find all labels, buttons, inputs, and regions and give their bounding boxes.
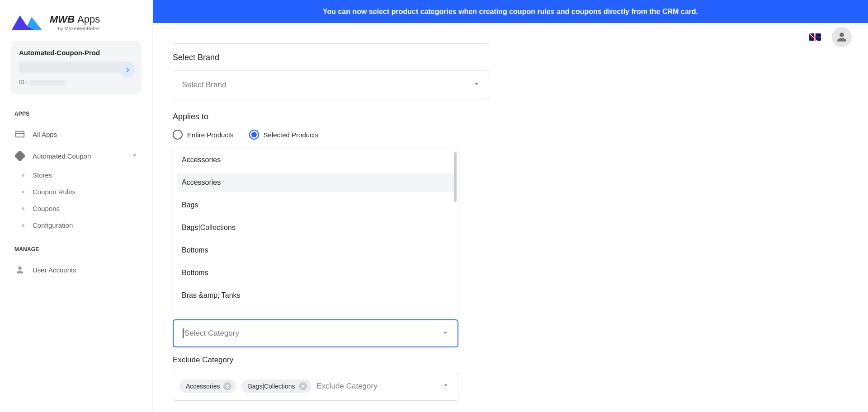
select-brand-placeholder: Select Brand xyxy=(182,80,226,89)
bullet-icon xyxy=(22,224,24,227)
svg-rect-2 xyxy=(15,151,25,161)
promo-banner: You can now select product categories wh… xyxy=(153,0,868,23)
nav-user-accounts-label: User Accounts xyxy=(33,266,76,274)
nav-sub-coupons-label: Coupons xyxy=(33,205,60,212)
chevron-down-icon xyxy=(132,152,138,160)
brand-logo xyxy=(12,13,43,33)
chevron-down-icon xyxy=(473,80,480,89)
radio-off-icon xyxy=(173,130,183,140)
nav-sub-stores[interactable]: Stores xyxy=(11,167,142,183)
applies-to-radio-group: Entire Products Selected Products xyxy=(173,130,489,140)
chip-accessories[interactable]: Accessories xyxy=(179,379,236,393)
close-icon xyxy=(226,384,229,388)
applies-to-label: Applies to xyxy=(173,112,489,122)
category-dropdown-panel: Accessories Accessories Bags Bags|Collec… xyxy=(173,149,458,317)
bullet-icon xyxy=(22,191,24,193)
nav-sub-coupons[interactable]: Coupons xyxy=(11,200,142,217)
exclude-category-wrap: Exclude Category Accessories Bags|Collec… xyxy=(173,356,458,401)
scrollbar[interactable] xyxy=(454,152,457,202)
nav-sub-configuration[interactable]: Configuration xyxy=(11,217,142,234)
select-category-wrap: Select Category xyxy=(173,319,458,347)
svg-point-3 xyxy=(18,267,21,270)
account-title: Automated-Coupon-Prod xyxy=(19,49,133,56)
account-id: ID:: xyxy=(19,79,133,85)
promo-banner-text: You can now select product categories wh… xyxy=(323,8,698,16)
exclude-category-combobox[interactable]: Accessories Bags|Collections Exclude Cat… xyxy=(173,372,458,401)
card-icon xyxy=(14,129,25,140)
select-brand-label: Select Brand xyxy=(173,53,489,62)
chip-remove-button[interactable] xyxy=(223,382,231,390)
select-category-combobox[interactable]: Select Category xyxy=(173,319,458,347)
select-brand-dropdown[interactable]: Select Brand xyxy=(173,70,489,99)
chip-bags-collections[interactable]: Bags|Collections xyxy=(241,379,311,393)
brand-title: MWB Apps xyxy=(50,14,100,24)
chip-remove-button[interactable] xyxy=(299,382,307,390)
exclude-category-label: Exclude Category xyxy=(173,356,458,365)
account-id-redacted xyxy=(29,80,66,85)
text-cursor xyxy=(183,328,184,338)
nav-automated-coupon-label: Automated Coupon xyxy=(33,152,91,160)
nav-section-manage-label: MANAGE xyxy=(14,246,142,253)
category-option[interactable]: Bags|Collections xyxy=(173,216,458,239)
nav-user-accounts[interactable]: User Accounts xyxy=(11,259,142,281)
coupon-icon xyxy=(14,150,25,161)
nav-sub-stores-label: Stores xyxy=(33,171,52,179)
bullet-icon xyxy=(22,207,24,210)
nav-sub-configuration-label: Configuration xyxy=(33,221,73,229)
radio-on-icon xyxy=(249,130,259,140)
radio-selected-products[interactable]: Selected Products xyxy=(249,130,319,140)
category-option[interactable]: Bottoms xyxy=(173,239,458,262)
main: Select Brand Select Brand Applies to Ent… xyxy=(153,23,868,412)
category-option[interactable]: Bras &amp; Tanks xyxy=(173,284,458,302)
nav-sub-coupon-rules-label: Coupon Rules xyxy=(33,188,75,196)
radio-entire-products-label: Entire Products xyxy=(187,131,234,139)
account-name-redacted xyxy=(19,62,133,73)
prev-field-tail xyxy=(173,28,489,44)
category-option[interactable]: Accessories xyxy=(177,173,454,192)
bullet-icon xyxy=(22,174,24,177)
category-option[interactable]: Bags xyxy=(173,194,458,216)
nav-all-apps[interactable]: All Apps xyxy=(11,123,142,145)
chevron-up-icon xyxy=(442,329,448,338)
nav-automated-coupon[interactable]: Automated Coupon xyxy=(11,145,142,167)
account-card: Automated-Coupon-Prod ID:: xyxy=(11,41,142,94)
category-option[interactable]: Bottoms xyxy=(173,262,458,284)
nav-sub-coupon-rules[interactable]: Coupon Rules xyxy=(11,183,142,200)
nav-section-apps-label: APPS xyxy=(14,111,142,117)
close-icon xyxy=(301,384,305,388)
svg-rect-0 xyxy=(16,131,24,137)
category-option[interactable]: Accessories xyxy=(173,149,458,171)
radio-selected-products-label: Selected Products xyxy=(264,131,319,139)
chip-label: Accessories xyxy=(186,383,220,390)
brand: MWB Apps by MakeWebBetter xyxy=(12,13,142,33)
nav-all-apps-label: All Apps xyxy=(33,131,57,138)
sidebar: MWB Apps by MakeWebBetter Automated-Coup… xyxy=(0,0,153,412)
brand-text: MWB Apps by MakeWebBetter xyxy=(50,14,100,31)
chevron-right-icon xyxy=(124,66,131,74)
select-category-placeholder: Select Category xyxy=(184,329,239,338)
chevron-down-icon xyxy=(443,382,449,390)
radio-entire-products[interactable]: Entire Products xyxy=(173,130,234,140)
brand-subtitle: by MakeWebBetter xyxy=(50,26,100,31)
account-switch-button[interactable] xyxy=(120,62,135,78)
coupon-form: Select Brand Select Brand Applies to Ent… xyxy=(173,28,489,146)
chip-label: Bags|Collections xyxy=(248,383,295,390)
exclude-category-placeholder: Exclude Category xyxy=(317,382,377,391)
person-icon xyxy=(14,264,25,275)
